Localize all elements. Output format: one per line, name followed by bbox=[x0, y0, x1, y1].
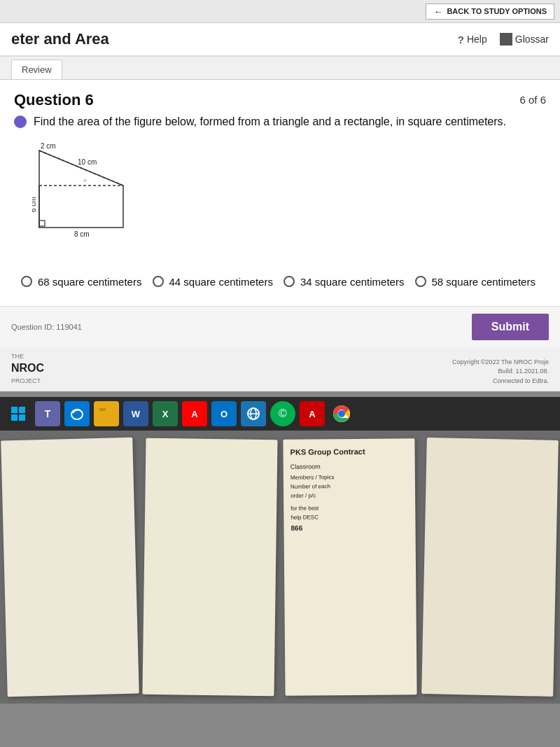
glossary-icon bbox=[500, 33, 512, 46]
tab-review[interactable]: Review bbox=[11, 60, 62, 79]
question-id-label: Question ID: 119041 bbox=[11, 323, 82, 331]
paper-3: PKS Group Contract Classroom Members / T… bbox=[283, 438, 416, 696]
windows-start-icon[interactable] bbox=[6, 401, 31, 426]
radio-b[interactable] bbox=[153, 276, 164, 287]
nroc-subtitle: PROJECT bbox=[11, 377, 41, 384]
page-title: eter and Area bbox=[11, 30, 109, 48]
option-a[interactable]: 68 square centimeters bbox=[21, 269, 153, 295]
question-bullet bbox=[14, 116, 27, 128]
outlook-icon[interactable]: O bbox=[211, 401, 237, 426]
page-header: eter and Area ? Help Glossar bbox=[0, 23, 560, 57]
svg-point-14 bbox=[71, 410, 83, 419]
build-line: Build: 11.2021.08. bbox=[498, 368, 549, 375]
help-button[interactable]: ? Help bbox=[458, 34, 487, 46]
option-c[interactable]: 34 square centimeters bbox=[284, 269, 415, 295]
question-count: 6 of 6 bbox=[519, 94, 546, 106]
tab-bar: Review bbox=[0, 57, 560, 80]
header-actions: ? Help Glossar bbox=[458, 33, 549, 46]
svg-rect-13 bbox=[19, 414, 25, 421]
green-app-icon[interactable]: © bbox=[270, 401, 295, 426]
question-text: Find the area of the figure below, forme… bbox=[34, 113, 506, 130]
svg-rect-16 bbox=[99, 408, 106, 411]
svg-text:2 cm: 2 cm bbox=[41, 142, 56, 150]
page-footer: THE NROC PROJECT Copyright ©2022 The NRO… bbox=[0, 347, 560, 391]
main-content: Question 6 6 of 6 Find the area of the f… bbox=[0, 80, 560, 306]
radio-c[interactable] bbox=[284, 276, 295, 287]
nroc-logo: THE NROC PROJECT bbox=[11, 353, 44, 386]
top-bar: ← BACK TO STUDY OPTIONS bbox=[0, 0, 560, 23]
file-explorer-icon[interactable] bbox=[94, 401, 119, 426]
red-app-icon[interactable]: A bbox=[300, 401, 325, 426]
papers-area: PKS Group Contract Classroom Members / T… bbox=[0, 431, 560, 704]
help-label: Help bbox=[467, 34, 487, 45]
help-icon: ? bbox=[458, 34, 464, 46]
question-body: Find the area of the figure below, forme… bbox=[14, 113, 546, 130]
paper-4 bbox=[421, 438, 559, 697]
radio-d[interactable] bbox=[415, 276, 426, 287]
paper-1 bbox=[1, 438, 139, 697]
taskbar: T W X A O © A bbox=[0, 397, 560, 431]
svg-rect-11 bbox=[19, 407, 25, 413]
svg-rect-10 bbox=[11, 407, 18, 413]
paper-2 bbox=[142, 438, 277, 697]
figure-container: 2 cm 10 cm 6 cm 8 cm ⌟ bbox=[32, 140, 546, 255]
question-header: Question 6 6 of 6 bbox=[14, 91, 546, 109]
back-to-study-options-button[interactable]: ← BACK TO STUDY OPTIONS bbox=[426, 4, 554, 20]
svg-text:8 cm: 8 cm bbox=[74, 230, 90, 238]
option-d[interactable]: 58 square centimeters bbox=[415, 269, 547, 295]
figure-svg: 2 cm 10 cm 6 cm 8 cm ⌟ bbox=[32, 140, 186, 252]
option-c-text: 34 square centimeters bbox=[300, 274, 404, 289]
option-b[interactable]: 44 square centimeters bbox=[153, 269, 284, 295]
svg-point-21 bbox=[338, 410, 345, 417]
svg-rect-12 bbox=[11, 414, 18, 421]
teams-icon[interactable]: T bbox=[35, 401, 60, 426]
back-arrow-icon: ← bbox=[433, 6, 442, 17]
radio-a[interactable] bbox=[21, 276, 32, 287]
svg-rect-4 bbox=[39, 221, 45, 226]
ie-icon[interactable] bbox=[241, 401, 266, 426]
answer-options: 68 square centimeters 44 square centimet… bbox=[21, 269, 546, 295]
svg-text:10 cm: 10 cm bbox=[78, 158, 97, 166]
question-title: Question 6 bbox=[14, 91, 94, 109]
nroc-name: THE NROC bbox=[11, 353, 44, 375]
bottom-bar: Question ID: 119041 Submit bbox=[0, 306, 560, 347]
excel-icon[interactable]: X bbox=[153, 401, 178, 426]
glossary-button[interactable]: Glossar bbox=[500, 33, 549, 46]
word-icon[interactable]: W bbox=[123, 401, 148, 426]
option-a-text: 68 square centimeters bbox=[38, 274, 141, 289]
svg-rect-15 bbox=[99, 410, 113, 419]
edge-icon[interactable] bbox=[64, 401, 90, 426]
submit-button[interactable]: Submit bbox=[472, 314, 549, 340]
option-d-text: 58 square centimeters bbox=[432, 274, 536, 289]
option-b-text: 44 square centimeters bbox=[169, 274, 273, 289]
adobe-icon[interactable]: A bbox=[182, 401, 207, 426]
glossary-label: Glossar bbox=[515, 34, 549, 45]
copyright-line: Copyright ©2022 The NROC Proje bbox=[452, 358, 549, 365]
svg-text:6 cm: 6 cm bbox=[32, 197, 37, 212]
chrome-icon[interactable] bbox=[329, 401, 354, 426]
connected-line: Connected to Edtra. bbox=[493, 377, 549, 384]
svg-text:⌟: ⌟ bbox=[83, 175, 86, 182]
back-button-label: BACK TO STUDY OPTIONS bbox=[447, 7, 547, 15]
copyright-text: Copyright ©2022 The NROC Proje Build: 11… bbox=[452, 358, 549, 386]
